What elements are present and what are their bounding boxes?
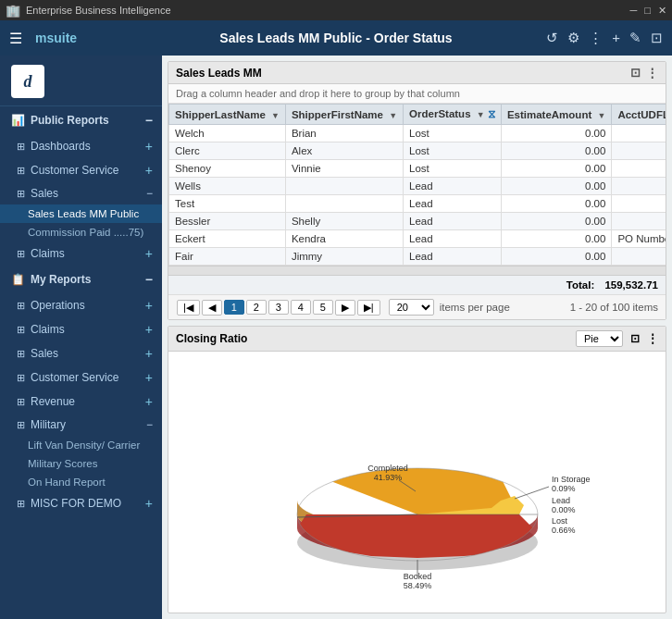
cell-label <box>612 213 666 230</box>
sidebar-logo: d <box>0 56 162 106</box>
edit-icon[interactable]: ✎ <box>629 30 641 46</box>
page-prev-btn[interactable]: ◀ <box>202 300 222 316</box>
table-row[interactable]: Welch Brian Lost 0.00 <box>169 125 666 142</box>
page-btn-4[interactable]: 4 <box>291 300 311 315</box>
cell-first-name <box>285 195 403 213</box>
sidebar-item-customer-service-my[interactable]: ⊞ Customer Service + <box>0 365 162 390</box>
horizontal-scrollbar[interactable] <box>168 266 666 275</box>
customer-service-plus-icon[interactable]: + <box>145 163 153 178</box>
sidebar-section-my-reports[interactable]: 📋 My Reports − <box>0 266 162 293</box>
page-btn-5[interactable]: 5 <box>313 300 333 315</box>
sales-label: Sales <box>31 187 58 200</box>
refresh-icon[interactable]: ↺ <box>546 30 558 46</box>
page-btn-3[interactable]: 3 <box>268 300 289 315</box>
revenue-icon: ⊞ <box>17 396 25 408</box>
col-header-label[interactable]: AcctUDFLabel1 <box>612 105 666 125</box>
page-info: 1 - 20 of 100 items <box>570 302 658 313</box>
sidebar-item-claims-my[interactable]: ⊞ Claims + <box>0 317 162 341</box>
sidebar-sub-item-on-hand[interactable]: On Hand Report <box>0 473 162 491</box>
sidebar-section-public-reports[interactable]: 📊 Public Reports − <box>0 106 162 134</box>
sidebar-item-military[interactable]: ⊞ Military − <box>0 414 162 436</box>
page-first-btn[interactable]: |◀ <box>177 300 200 316</box>
sidebar-item-revenue[interactable]: ⊞ Revenue + <box>0 390 162 414</box>
page-next-btn[interactable]: ▶ <box>335 300 355 316</box>
page-btn-2[interactable]: 2 <box>246 300 267 315</box>
sales-my-icon: ⊞ <box>17 348 25 360</box>
col-header-status[interactable]: OrderStatus ▼ ⧖ <box>404 105 502 125</box>
main-layout: d 📊 Public Reports − ⊞ Dashboards + ⊞ Cu… <box>0 56 672 619</box>
pagination: |◀ ◀ 1 2 3 4 5 ▶ ▶| 20 50 100 items per … <box>168 294 666 319</box>
sidebar-sub-item-sales-leads[interactable]: Sales Leads MM Public <box>0 204 162 223</box>
sidebar-item-customer-service[interactable]: ⊞ Customer Service + <box>0 158 162 182</box>
settings-icon[interactable]: ⚙ <box>567 30 579 46</box>
sort-icon-amount: ▼ <box>597 111 605 120</box>
view-icon[interactable]: ⊡ <box>651 30 663 46</box>
cell-first-name: Alex <box>285 142 403 160</box>
cell-label <box>612 160 666 178</box>
sidebar-sub-item-military-scores[interactable]: Military Scores <box>0 454 162 473</box>
table-row[interactable]: Bessler Shelly Lead 0.00 <box>169 213 666 230</box>
booked-value: 58.49% <box>403 581 431 590</box>
cell-status: Lead <box>404 248 502 266</box>
sidebar-item-misc[interactable]: ⊞ MISC FOR DEMO + <box>0 491 162 515</box>
sidebar-item-sales-my[interactable]: ⊞ Sales + <box>0 341 162 365</box>
page-btn-1[interactable]: 1 <box>224 300 244 315</box>
table-row[interactable]: Test Lead 0.00 <box>169 195 666 213</box>
page-last-btn[interactable]: ▶| <box>357 300 380 316</box>
sidebar-item-dashboards[interactable]: ⊞ Dashboards + <box>0 134 162 158</box>
sales-leads-label: Sales Leads MM Public <box>28 208 139 219</box>
panel-expand-icon[interactable]: ⊡ <box>630 66 641 80</box>
panel-more-icon[interactable]: ⋮ <box>646 66 658 80</box>
report-panel-title: Sales Leads MM <box>176 67 262 80</box>
table-row[interactable]: Eckert Kendra Lead 0.00 PO Number <box>169 230 666 248</box>
table-row[interactable]: Shenoy Vinnie Lost 0.00 <box>169 160 666 178</box>
top-nav: ☰ msuite Sales Leads MM Public - Order S… <box>0 20 672 56</box>
cell-label <box>612 142 666 160</box>
maximize-button[interactable]: □ <box>644 5 651 17</box>
logo-image: d <box>11 65 44 98</box>
cell-amount: 0.00 <box>501 142 612 160</box>
table-row[interactable]: Wells Lead 0.00 <box>169 178 666 195</box>
title-bar: 🏢 Enterprise Business Intelligence ─ □ ✕ <box>0 0 672 20</box>
sidebar-item-claims[interactable]: ⊞ Claims + <box>0 241 162 266</box>
sidebar-item-operations[interactable]: ⊞ Operations + <box>0 293 162 317</box>
col-header-amount[interactable]: EstimateAmount ▼ <box>501 105 612 125</box>
minimize-button[interactable]: ─ <box>630 5 638 17</box>
operations-label: Operations <box>31 299 85 312</box>
filter-icon-status[interactable]: ⧖ <box>488 108 495 119</box>
svg-line-11 <box>515 487 549 499</box>
in-storage-label: In Storage <box>552 475 591 484</box>
claims-label: Claims <box>31 247 65 260</box>
chart-expand-icon[interactable]: ⊡ <box>630 332 640 345</box>
close-button[interactable]: ✕ <box>658 5 666 17</box>
operations-plus-icon[interactable]: + <box>145 298 153 313</box>
cell-last-name: Fair <box>169 248 286 266</box>
operations-icon: ⊞ <box>17 300 25 312</box>
col-header-last-name[interactable]: ShipperLastName ▼ <box>169 105 286 125</box>
sidebar-item-sales[interactable]: ⊞ Sales − <box>0 182 162 204</box>
lift-van-label: Lift Van Density/ Carrier <box>28 439 140 451</box>
dashboards-plus-icon[interactable]: + <box>145 139 153 154</box>
items-per-page-select[interactable]: 20 50 100 <box>389 299 434 316</box>
cell-status: Lost <box>404 125 502 142</box>
revenue-plus-icon[interactable]: + <box>145 394 153 409</box>
table-row[interactable]: Fair Jimmy Lead 0.00 <box>169 248 666 266</box>
col-header-first-name[interactable]: ShipperFirstName ▼ <box>285 105 403 125</box>
misc-plus-icon[interactable]: + <box>145 496 153 511</box>
cell-amount: 0.00 <box>501 125 612 142</box>
more-icon[interactable]: ⋮ <box>589 30 603 46</box>
claims-my-plus-icon[interactable]: + <box>145 322 153 337</box>
sidebar-sub-item-commission[interactable]: Commission Paid .....75) <box>0 223 162 241</box>
claims-plus-icon[interactable]: + <box>145 246 153 261</box>
cs-my-plus-icon[interactable]: + <box>145 370 153 385</box>
chart-more-icon[interactable]: ⋮ <box>647 332 658 345</box>
chart-header-right: Pie Bar Line ⊡ ⋮ <box>576 330 658 347</box>
add-icon[interactable]: + <box>612 30 620 46</box>
completed-label: Completed <box>367 464 408 473</box>
chart-type-select[interactable]: Pie Bar Line <box>576 330 623 347</box>
table-row[interactable]: Clerc Alex Lost 0.00 <box>169 142 666 160</box>
menu-icon[interactable]: ☰ <box>9 30 22 47</box>
sidebar-sub-item-lift-van[interactable]: Lift Van Density/ Carrier <box>0 436 162 454</box>
data-table: ShipperLastName ▼ ShipperFirstName ▼ Ord… <box>168 104 666 266</box>
sales-my-plus-icon[interactable]: + <box>145 346 153 361</box>
